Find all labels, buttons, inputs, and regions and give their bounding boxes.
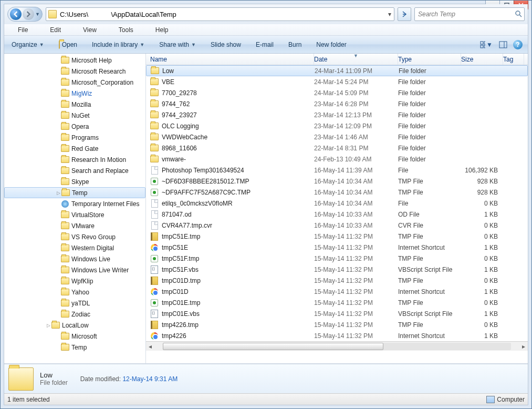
tree-item[interactable]: VirtualStore [4,209,145,220]
file-row[interactable]: ~DF9AFFC7F52A687C9C.TMP16-May-14 10:34 A… [146,187,528,198]
expander-icon[interactable]: ▷ [55,190,61,196]
tree-item[interactable]: Skype [4,176,145,187]
file-row[interactable]: tmpC51E.tmp15-May-14 11:32 PMTMP File0 K… [146,231,528,242]
tree-item[interactable]: NuGet [4,110,145,121]
menu-edit[interactable]: Edit [39,25,71,35]
file-row[interactable]: ~DF6D3F8BBEE2815012.TMP16-May-14 10:34 A… [146,176,528,187]
file-row[interactable]: tmpC01D.tmp15-May-14 11:32 PMTMP File0 K… [146,275,528,286]
tree-item[interactable]: Microsoft_Corporation [4,77,145,88]
file-row[interactable]: tmp422615-May-14 11:32 PMInternet Shortc… [146,330,528,341]
menu-help[interactable]: Help [145,25,179,35]
menu-tools[interactable]: Tools [108,25,144,35]
col-size[interactable]: Size [461,54,503,65]
organize-button[interactable]: Organize ▼ [9,40,46,49]
tree-item[interactable]: Temp [4,342,145,353]
tree-item[interactable]: Programs [4,132,145,143]
address-dropdown[interactable]: ▾ [385,11,394,18]
menu-file[interactable]: File [7,25,38,35]
file-row[interactable]: CVR4A77.tmp.cvr16-May-14 10:33 AMCVR Fil… [146,220,528,231]
tree-item[interactable]: MigWiz [4,88,145,99]
file-row[interactable]: 871047.od16-May-14 10:33 AMOD File1 KB [146,209,528,220]
file-type: File folder [398,78,461,86]
forward-button[interactable] [23,8,34,20]
file-row[interactable]: tmp4226.tmp15-May-14 11:32 PMTMP File0 K… [146,319,528,330]
tree-item[interactable]: Western Digital [4,242,145,253]
tree-item[interactable]: WpfKlip [4,275,145,287]
tree-item[interactable]: Opera [4,121,145,132]
tree-item[interactable]: Mozilla [4,99,145,110]
folder-icon [61,211,69,219]
file-name: 8968_11606 [162,145,197,152]
file-type: TMP File [398,255,461,262]
file-size: 0 KB [461,299,503,306]
tree-item[interactable]: Windows Live [4,253,145,264]
file-row[interactable]: Photoshop Temp301634952416-May-14 11:39 … [146,165,528,176]
open-button[interactable]: Open [57,40,79,49]
tree-item[interactable]: VS Revo Group [4,231,145,242]
tree-item-label: Microsoft [71,333,97,340]
new-folder-button[interactable]: New folder [314,40,348,49]
help-button[interactable]: ? [513,40,523,49]
menu-view[interactable]: View [72,25,107,35]
tree-item[interactable]: yaTDL [4,298,145,309]
tree-item[interactable]: Yahoo [4,287,145,298]
file-row[interactable]: 9744_76223-Mar-14 6:28 PMFile folder [146,98,528,109]
tree-item[interactable]: ▷Temp [4,187,145,198]
file-row[interactable]: 9744_2392723-Mar-14 12:13 PMFile folder [146,109,528,120]
file-row[interactable]: OLC Logging23-Mar-14 12:09 PMFile folder [146,120,528,131]
file-row[interactable]: 7700_2927824-Mar-14 5:09 PMFile folder [146,87,528,98]
col-tag[interactable]: Tag [503,54,524,65]
slideshow-button[interactable]: Slide show [208,40,243,49]
column-headers[interactable]: Name ▼Date Type Size Tag [146,54,528,65]
file-row[interactable]: Low24-Mar-14 11:09 PMFile folder [146,65,528,76]
file-row[interactable]: VWDWebCache23-Mar-14 1:46 AMFile folder [146,131,528,142]
file-row[interactable]: tmpC51F.vbs15-May-14 11:32 PMVBScript Sc… [146,264,528,275]
nav-tree[interactable]: Microsoft HelpMicrosoft ResearchMicrosof… [4,54,146,363]
burn-button[interactable]: Burn [286,40,304,49]
tree-item-label: Microsoft_Corporation [71,79,133,86]
file-row[interactable]: tmpC01E.tmp15-May-14 11:32 PMTMP File0 K… [146,297,528,308]
search-input[interactable] [417,10,515,18]
tree-item[interactable]: Search and Replace [4,165,145,176]
views-button[interactable]: ▼ [479,39,493,50]
preview-pane-button[interactable] [496,39,510,50]
file-row[interactable]: etilqs_0c0mckszV0fIoMR16-May-14 10:34 AM… [146,198,528,209]
tree-item[interactable]: Microsoft Help [4,55,145,66]
tree-item[interactable]: Windows Live Writer [4,264,145,275]
status-bar: 1 item selected Computer [4,393,528,405]
file-row[interactable]: tmpC51E15-May-14 11:32 PMInternet Shortc… [146,242,528,253]
tree-item[interactable]: Microsoft [4,331,145,342]
email-button[interactable]: E-mail [254,40,276,49]
horizontal-scrollbar[interactable]: ◂ ▸ [146,341,528,351]
col-type[interactable]: Type [398,54,461,65]
expander-icon[interactable]: ▷ [45,323,51,328]
file-row[interactable]: tmpC01E.vbs15-May-14 11:32 PMVBScript Sc… [146,308,528,319]
file-type: File [398,167,461,174]
tree-item[interactable]: VMware [4,220,145,231]
tree-item[interactable]: ▷LocalLow [4,320,145,331]
file-row[interactable]: vmware-24-Feb-13 10:49 AMFile folder [146,154,528,165]
col-date[interactable]: ▼Date [314,54,398,65]
tree-item[interactable]: Temporary Internet Files [4,198,145,209]
file-type: TMP File [398,299,461,306]
tree-item[interactable]: Microsoft Research [4,66,145,77]
file-name: 9744_23927 [162,111,197,119]
file-name: etilqs_0c0mckszV0fIoMR [162,200,233,207]
nav-history-dropdown[interactable]: ▼ [35,12,40,17]
back-button[interactable] [10,8,22,20]
file-row[interactable]: tmpC51F.tmp15-May-14 11:32 PMTMP File0 K… [146,253,528,264]
file-row[interactable]: 8968_1160622-Mar-14 8:31 PMFile folder [146,142,528,154]
search-icon[interactable] [515,10,522,19]
file-row[interactable]: tmpC01D15-May-14 11:32 PMInternet Shortc… [146,286,528,297]
address-input[interactable] [59,8,385,20]
refresh-button[interactable] [398,7,411,21]
tree-item[interactable]: Zodiac [4,309,145,320]
file-row[interactable]: VBE24-Mar-14 5:24 PMFile folder [146,76,528,87]
tree-item[interactable]: Red Gate [4,143,145,154]
folder-icon [150,100,159,108]
tree-item[interactable]: Research In Motion [4,154,145,165]
col-name[interactable]: Name [146,54,314,65]
share-with-button[interactable]: Share with ▼ [157,40,198,49]
file-list[interactable]: Name ▼Date Type Size Tag Low24-Mar-14 11… [146,54,528,363]
include-in-library-button[interactable]: Include in library ▼ [90,40,147,49]
